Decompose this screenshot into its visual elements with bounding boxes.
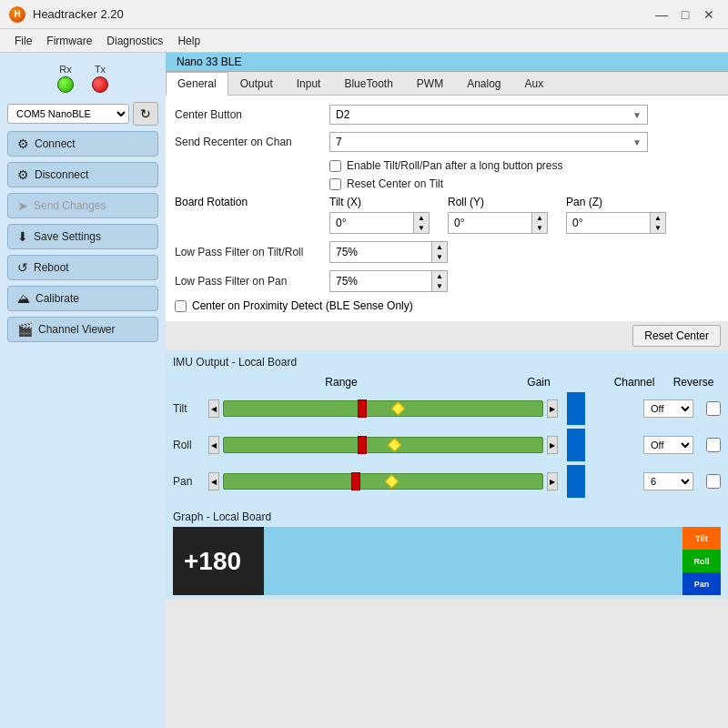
- legend-tilt-label: Tilt: [695, 534, 707, 543]
- roll-spin[interactable]: 0° ▲ ▼: [448, 212, 548, 234]
- rx-tx-indicators: Rx Tx: [7, 60, 158, 96]
- connect-label: Connect: [35, 137, 76, 150]
- pan-down-arrow[interactable]: ▼: [651, 223, 665, 233]
- maximize-button[interactable]: □: [675, 5, 695, 25]
- tilt-down-arrow[interactable]: ▼: [414, 223, 429, 233]
- graph-chart: Tilt Roll Pan: [264, 527, 721, 595]
- imu-pan-row: Pan ◀ ▶ Off123456: [173, 465, 721, 498]
- imu-roll-label: Roll: [173, 439, 205, 451]
- tilt-slider-diamond-thumb[interactable]: [390, 401, 405, 416]
- center-proximity-checkbox[interactable]: [175, 300, 187, 312]
- tab-bar: General Output Input BlueTooth PWM Analo…: [166, 72, 728, 96]
- roll-down-arrow[interactable]: ▼: [532, 223, 547, 233]
- menu-file[interactable]: File: [7, 33, 39, 49]
- lpf-tilt-roll-input[interactable]: 75% ▲ ▼: [329, 241, 448, 263]
- lpf-pan-down[interactable]: ▼: [432, 281, 447, 291]
- tilt-slider-left[interactable]: ◀: [208, 399, 219, 418]
- send-recenter-dropdown[interactable]: 7 ▼: [329, 132, 648, 152]
- channel-viewer-button[interactable]: 🎬 Channel Viewer: [7, 317, 158, 342]
- center-proximity-row: Center on Proximity Detect (BLE Sense On…: [175, 299, 719, 312]
- center-button-value: D2: [336, 108, 349, 121]
- connect-button[interactable]: ⚙ Connect: [7, 131, 158, 157]
- pan-spin[interactable]: 0° ▲ ▼: [566, 212, 666, 234]
- send-recenter-value: 7: [336, 136, 342, 148]
- roll-slider-left[interactable]: ◀: [208, 436, 219, 454]
- roll-slider-red-thumb[interactable]: [358, 436, 367, 454]
- calibrate-icon: ⛰: [17, 291, 30, 306]
- board-rotation-label: Board Rotation: [175, 196, 329, 208]
- graph-title: Graph - Local Board: [173, 511, 721, 523]
- center-proximity-label: Center on Proximity Detect (BLE Sense On…: [192, 299, 413, 312]
- channel-viewer-label: Channel Viewer: [38, 323, 116, 336]
- tilt-channel-select[interactable]: Off123456: [643, 399, 693, 418]
- tilt-spin[interactable]: 0° ▲ ▼: [329, 212, 430, 234]
- connect-icon: ⚙: [17, 136, 29, 151]
- send-changes-button[interactable]: ➤ Send Changes: [7, 193, 158, 218]
- pan-reverse-checkbox[interactable]: [706, 474, 721, 489]
- calibrate-button[interactable]: ⛰ Calibrate: [7, 286, 158, 311]
- imu-channel-header: Channel: [602, 376, 666, 389]
- reset-center-checkbox[interactable]: [329, 178, 341, 190]
- tab-output[interactable]: Output: [228, 72, 285, 95]
- send-recenter-row: Send Recenter on Chan 7 ▼: [175, 132, 719, 152]
- menu-firmware[interactable]: Firmware: [39, 33, 99, 49]
- lpf-tilt-up[interactable]: ▲: [432, 242, 447, 252]
- lpf-tilt-down[interactable]: ▼: [432, 252, 447, 262]
- pan-up-arrow[interactable]: ▲: [651, 213, 665, 223]
- tilt-x-label: Tilt (X): [329, 196, 448, 208]
- refresh-button[interactable]: ↻: [133, 102, 158, 126]
- tab-aux[interactable]: Aux: [513, 72, 556, 95]
- tab-pwm[interactable]: PWM: [405, 72, 455, 95]
- reboot-button[interactable]: ↺ Reboot: [7, 255, 158, 280]
- lpf-pan-input[interactable]: 75% ▲ ▼: [329, 270, 448, 292]
- pan-slider-right[interactable]: ▶: [547, 472, 558, 490]
- graph-area: +180 Tilt Roll Pan: [173, 527, 721, 595]
- tx-label: Tx: [95, 64, 106, 75]
- menu-help[interactable]: Help: [170, 33, 207, 49]
- tilt-up-arrow[interactable]: ▲: [414, 213, 429, 223]
- pan-slider-red-thumb[interactable]: [351, 472, 360, 490]
- reset-center-button[interactable]: Reset Center: [632, 325, 721, 347]
- close-button[interactable]: ✕: [699, 5, 719, 25]
- tab-bluetooth[interactable]: BlueTooth: [332, 72, 404, 95]
- tilt-slider-track[interactable]: [223, 400, 543, 417]
- pan-channel-select[interactable]: Off123456: [643, 472, 693, 490]
- pan-slider-track[interactable]: [223, 473, 543, 490]
- lpf-pan-up[interactable]: ▲: [432, 271, 447, 281]
- tilt-reverse-checkbox[interactable]: [706, 401, 721, 416]
- com-port-select[interactable]: COM5 NanoBLE: [7, 104, 129, 124]
- imu-title: IMU Output - Local Board: [173, 356, 721, 369]
- save-settings-button[interactable]: ⬇ Save Settings: [7, 224, 158, 249]
- graph-legend: Tilt Roll Pan: [682, 527, 721, 595]
- tx-led: [92, 76, 108, 93]
- tab-general[interactable]: General: [166, 72, 228, 96]
- roll-slider-diamond-thumb[interactable]: [388, 438, 402, 452]
- imu-reverse-header: Reverse: [666, 376, 721, 389]
- enable-tilt-label: Enable Tilt/Roll/Pan after a long button…: [347, 159, 562, 172]
- tilt-slider-red-thumb[interactable]: [358, 399, 367, 418]
- imu-tilt-row: Tilt ◀ ▶ Off123456: [173, 392, 721, 425]
- tab-analog[interactable]: Analog: [455, 72, 512, 95]
- tab-input[interactable]: Input: [285, 72, 333, 95]
- roll-y-label: Roll (Y): [448, 196, 566, 208]
- center-button-dropdown[interactable]: D2 ▼: [329, 105, 648, 125]
- lpf-pan-label: Low Pass Filter on Pan: [175, 275, 329, 288]
- disconnect-button[interactable]: ⚙ Disconnect: [7, 162, 158, 187]
- reboot-icon: ↺: [17, 260, 28, 275]
- tilt-slider-right[interactable]: ▶: [547, 399, 558, 418]
- roll-channel-select[interactable]: Off123456: [643, 436, 693, 454]
- menu-bar: File Firmware Diagnostics Help: [0, 29, 728, 53]
- menu-diagnostics[interactable]: Diagnostics: [99, 33, 170, 49]
- pan-slider-diamond-thumb[interactable]: [384, 474, 399, 489]
- roll-slider-track[interactable]: [223, 437, 543, 453]
- roll-slider-right[interactable]: ▶: [547, 436, 558, 454]
- minimize-button[interactable]: —: [652, 5, 672, 25]
- imu-header: Range Gain Channel Reverse: [173, 376, 721, 389]
- enable-tilt-checkbox[interactable]: [329, 160, 341, 172]
- device-tab-label: Nano 33 BLE: [177, 56, 241, 68]
- roll-reverse-checkbox[interactable]: [706, 438, 721, 452]
- pan-slider-left[interactable]: ◀: [208, 472, 219, 490]
- send-icon: ➤: [17, 198, 28, 213]
- legend-tilt: Tilt: [682, 527, 721, 550]
- roll-up-arrow[interactable]: ▲: [532, 213, 547, 223]
